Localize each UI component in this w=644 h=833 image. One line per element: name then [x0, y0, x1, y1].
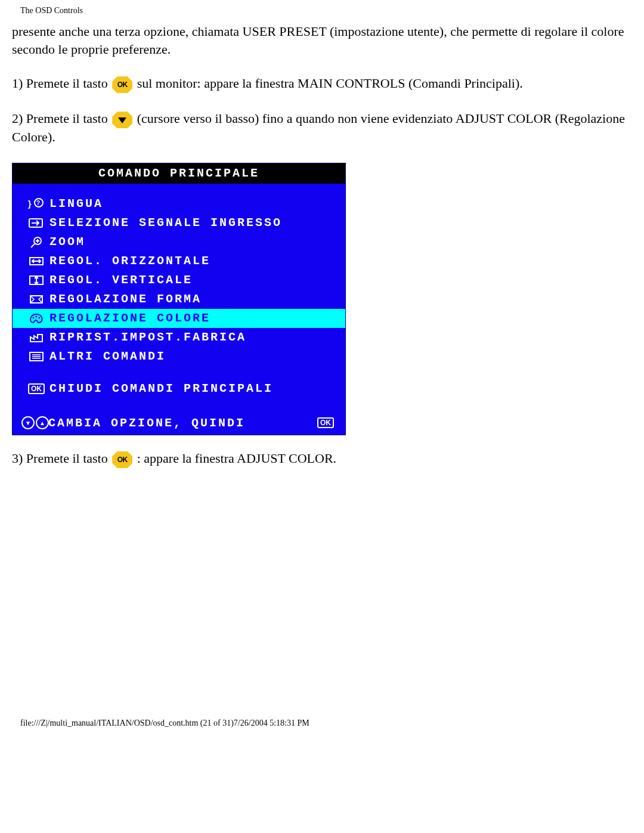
- svg-rect-10: [30, 296, 42, 303]
- language-icon: } ?: [23, 198, 49, 210]
- step-3-post: : appare la finestra ADJUST COLOR.: [137, 451, 336, 466]
- osd-item-label: ALTRI COMANDI: [49, 349, 335, 363]
- step-2-pre: 2) Premete il tasto: [12, 111, 111, 126]
- ok-button-label: OK: [117, 80, 128, 89]
- step-1-post: sul monitor: appare la finestra MAIN CON…: [137, 76, 523, 91]
- other-commands-icon: [23, 351, 49, 363]
- factory-reset-icon: [23, 332, 49, 343]
- up-down-icon: ▼▲: [22, 416, 48, 429]
- ok-button-label: OK: [117, 455, 128, 465]
- svg-point-12: [36, 315, 38, 317]
- osd-item-label: REGOL. ORIZZONTALE: [49, 254, 335, 268]
- svg-point-11: [33, 317, 35, 318]
- osd-exit-label: CHIUDI COMANDI PRINCIPALI: [49, 382, 335, 395]
- svg-text:?: ?: [36, 200, 40, 206]
- osd-item-lingua[interactable]: } ? LINGUA: [18, 194, 339, 213]
- ok-button-icon: OK: [112, 451, 132, 468]
- osd-item-horizontal[interactable]: REGOL. ORIZZONTALE: [18, 252, 339, 271]
- osd-item-label: REGOLAZIONE COLORE: [49, 311, 335, 325]
- svg-line-5: [31, 244, 35, 247]
- horizontal-adjust-icon: [23, 255, 49, 267]
- osd-item-label: ZOOM: [49, 235, 335, 249]
- osd-item-factory[interactable]: RIPRIST.IMPOST.FABRICA: [18, 328, 339, 347]
- osd-item-label: REGOLAZIONE FORMA: [49, 292, 335, 306]
- osd-item-shape[interactable]: REGOLAZIONE FORMA: [18, 290, 339, 309]
- step-3-pre: 3) Premete il tasto: [12, 451, 111, 466]
- osd-footer: ▼▲ CAMBIA OPZIONE, QUINDI OK: [13, 413, 345, 435]
- step-1-pre: 1) Premete il tasto: [12, 76, 111, 91]
- color-adjust-icon: [23, 312, 49, 324]
- step-2: 2) Premete il tasto (cursore verso il ba…: [12, 110, 632, 146]
- svg-point-13: [39, 317, 41, 318]
- page-header: The OSD Controls: [20, 6, 632, 16]
- osd-item-exit[interactable]: OK CHIUDI COMANDI PRINCIPALI: [18, 379, 339, 398]
- osd-footer-label: CAMBIA OPZIONE, QUINDI: [48, 416, 315, 430]
- intro-paragraph: presente anche una terza opzione, chiama…: [12, 23, 632, 58]
- osd-title: COMANDO PRINCIPALE: [13, 163, 345, 184]
- osd-item-vertical[interactable]: REGOL. VERTICALE: [18, 271, 339, 290]
- ok-exit-icon: OK: [23, 383, 49, 394]
- osd-item-zoom[interactable]: ZOOM: [18, 233, 339, 252]
- osd-item-color[interactable]: REGOLAZIONE COLORE: [13, 309, 345, 328]
- osd-item-input[interactable]: SELEZIONE SEGNALE INGRESSO: [18, 213, 339, 233]
- step-1: 1) Premete il tasto OK sul monitor: appa…: [12, 75, 632, 93]
- zoom-icon: [23, 236, 49, 249]
- chevron-down-icon: [118, 117, 126, 123]
- shape-adjust-icon: [23, 293, 49, 305]
- osd-body: } ? LINGUA SELEZIONE SEGNALE I: [13, 184, 345, 402]
- osd-panel: COMANDO PRINCIPALE } ? LINGUA: [12, 163, 346, 435]
- svg-text:}: }: [28, 199, 32, 209]
- down-button-icon: [112, 112, 132, 128]
- osd-item-other[interactable]: ALTRI COMANDI: [18, 347, 339, 366]
- osd-item-label: SELEZIONE SEGNALE INGRESSO: [49, 216, 335, 230]
- osd-item-label: LINGUA: [49, 197, 335, 210]
- ok-confirm-icon: OK: [315, 417, 336, 428]
- ok-button-icon: OK: [112, 76, 132, 93]
- input-signal-icon: [23, 217, 49, 229]
- osd-item-label: REGOL. VERTICALE: [49, 273, 335, 287]
- page-footer: file:///Z|/multi_manual/ITALIAN/OSD/osd_…: [20, 719, 632, 728]
- vertical-adjust-icon: [23, 274, 49, 286]
- step-3: 3) Premete il tasto OK : appare la fines…: [12, 450, 632, 468]
- osd-item-label: RIPRIST.IMPOST.FABRICA: [49, 330, 335, 344]
